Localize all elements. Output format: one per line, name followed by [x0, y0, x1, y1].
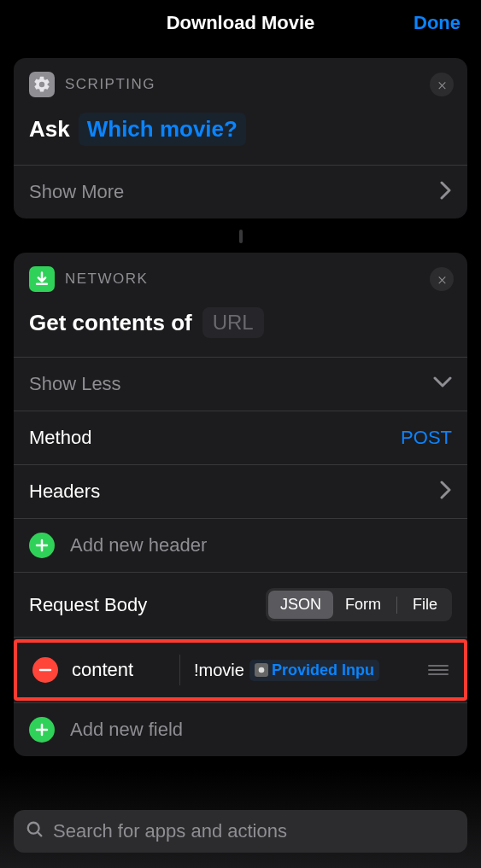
token-label: Provided Inpu [272, 661, 374, 679]
card-body: Get contents of URL [14, 297, 467, 357]
add-field-row[interactable]: Add new field [14, 703, 467, 756]
card-header: SCRIPTING [14, 58, 467, 102]
request-body-label: Request Body [29, 594, 147, 616]
field-value[interactable]: !movie Provided Inpu [194, 660, 414, 681]
close-icon[interactable] [430, 73, 454, 96]
highlighted-field: content !movie Provided Inpu [14, 639, 467, 701]
show-less-row[interactable]: Show Less [14, 358, 467, 411]
search-icon [26, 820, 44, 842]
scripting-card: SCRIPTING Ask Which movie? Show More [14, 58, 467, 218]
method-label: Method [29, 427, 91, 449]
ask-action: Ask Which movie? [29, 113, 452, 146]
get-label: Get contents of [29, 310, 192, 336]
plus-icon[interactable] [29, 717, 55, 743]
divider [179, 655, 180, 685]
chevron-down-icon [433, 376, 452, 392]
page-title: Download Movie [167, 12, 315, 34]
headers-label: Headers [29, 481, 100, 503]
body-type-segmented[interactable]: JSON Form File [266, 588, 452, 621]
close-icon[interactable] [430, 267, 454, 291]
body-field-row[interactable]: content !movie Provided Inpu [17, 643, 464, 697]
add-header-label: Add new header [70, 534, 207, 556]
divider [396, 597, 397, 614]
ask-prompt[interactable]: Which movie? [79, 113, 246, 146]
method-row[interactable]: Method POST [14, 411, 467, 464]
done-button[interactable]: Done [414, 12, 460, 34]
headers-row[interactable]: Headers [14, 465, 467, 518]
gear-icon [255, 663, 268, 677]
seg-json[interactable]: JSON [268, 591, 333, 619]
network-card: NETWORK Get contents of URL Show Less Me… [14, 253, 467, 756]
card-header: NETWORK [14, 253, 467, 297]
show-less-label: Show Less [29, 373, 121, 395]
card-body: Ask Which movie? [14, 102, 467, 165]
add-header-row[interactable]: Add new header [14, 519, 467, 572]
drag-handle-icon[interactable] [428, 665, 449, 675]
download-icon [29, 266, 55, 292]
search-input[interactable]: Search for apps and actions [14, 810, 467, 853]
card-category: NETWORK [65, 271, 148, 288]
field-key[interactable]: content [72, 659, 166, 681]
header: Download Movie Done [0, 0, 481, 46]
url-input[interactable]: URL [202, 307, 264, 338]
get-contents-action: Get contents of URL [29, 307, 452, 338]
add-field-label: Add new field [70, 719, 183, 741]
search-area: Search for apps and actions [0, 769, 481, 868]
show-more-label: Show More [29, 181, 124, 203]
show-more-row[interactable]: Show More [14, 166, 467, 218]
request-body-row: Request Body JSON Form File [14, 573, 467, 637]
field-text-prefix: !movie [194, 661, 244, 680]
connector [239, 230, 243, 243]
method-value[interactable]: POST [401, 427, 452, 449]
card-category: SCRIPTING [65, 76, 155, 93]
seg-file[interactable]: File [401, 591, 449, 619]
ask-label: Ask [29, 116, 70, 143]
svg-point-0 [259, 667, 265, 673]
seg-form[interactable]: Form [333, 591, 393, 619]
minus-icon[interactable] [32, 657, 58, 683]
plus-icon[interactable] [29, 533, 55, 558]
variable-token[interactable]: Provided Inpu [249, 660, 379, 681]
gear-icon [29, 72, 55, 97]
search-placeholder: Search for apps and actions [53, 820, 287, 842]
chevron-right-icon [440, 481, 452, 503]
chevron-right-icon [440, 181, 452, 203]
divider [14, 637, 467, 638]
